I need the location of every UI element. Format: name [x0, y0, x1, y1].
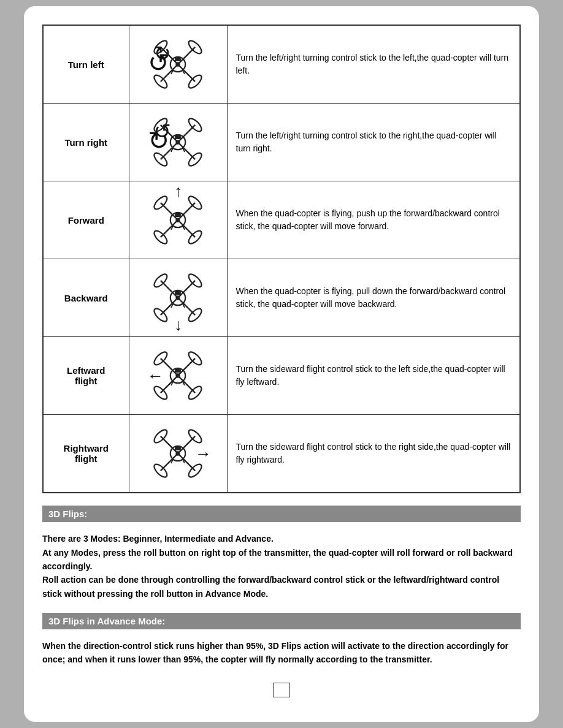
row-label: Rightwardflight [43, 415, 129, 493]
row-diagram: ↻ ↻ [129, 104, 227, 181]
row-diagram: ↓ [129, 259, 227, 337]
table-row: Leftwardflight ← Turn the sideward fligh… [43, 337, 520, 415]
table-row: Forward ↑ When the quad-copter is flying… [43, 181, 520, 259]
row-description: When the quad-copter is flying, push up … [227, 181, 520, 259]
table-row: Turn right ↻ ↻ Turn the left/right turni… [43, 104, 520, 181]
svg-text:↑: ↑ [174, 186, 182, 200]
row-diagram: ← [129, 337, 227, 415]
svg-point-11 [175, 62, 180, 66]
row-description: Turn the left/right turning control stic… [227, 25, 520, 104]
row-label: Backward [43, 259, 129, 337]
row-description: When the quad-copter is flying, pull dow… [227, 259, 520, 337]
svg-text:←: ← [147, 366, 164, 385]
svg-rect-29 [175, 135, 181, 139]
svg-point-68 [175, 373, 180, 377]
svg-point-40 [175, 218, 180, 222]
row-description: Turn the sideward flight control stick t… [227, 415, 520, 493]
table-row: Rightwardflight → Turn the sideward flig… [43, 415, 520, 493]
table-row: Backward ↓ When the quad-copter is flyin… [43, 259, 520, 337]
svg-point-82 [175, 451, 180, 455]
row-label: Leftwardflight [43, 337, 129, 415]
row-diagram: → [129, 415, 227, 493]
svg-point-54 [175, 295, 180, 300]
instructions-table: Turn left ↺ ↺ Turn the left/right turnin… [42, 25, 521, 493]
svg-text:→: → [195, 444, 212, 463]
row-label: Turn left [43, 25, 129, 104]
row-description: Turn the sideward flight control stick t… [227, 337, 520, 415]
row-diagram: ↑ [129, 181, 227, 259]
table-row: Turn left ↺ ↺ Turn the left/right turnin… [43, 25, 520, 104]
page: Turn left ↺ ↺ Turn the left/right turnin… [24, 6, 539, 722]
svg-rect-43 [175, 213, 181, 217]
row-label: Forward [43, 181, 129, 259]
advance-text: When the direction-control stick runs hi… [42, 639, 521, 667]
row-label: Turn right [43, 104, 129, 181]
svg-rect-85 [175, 447, 181, 450]
advance-header: 3D Flips in Advance Mode: [42, 613, 521, 629]
svg-rect-57 [175, 291, 181, 295]
row-diagram: ↺ ↺ [129, 25, 227, 104]
svg-text:↓: ↓ [174, 316, 182, 332]
row-description: Turn the left/right turning control stic… [227, 104, 520, 181]
svg-point-26 [175, 140, 180, 144]
page-number [273, 683, 290, 697]
svg-rect-71 [175, 369, 181, 373]
svg-rect-14 [175, 58, 181, 61]
flips-text: There are 3 Modes: Beginner, Intermediat… [42, 532, 521, 601]
flips-header: 3D Flips: [42, 506, 521, 522]
